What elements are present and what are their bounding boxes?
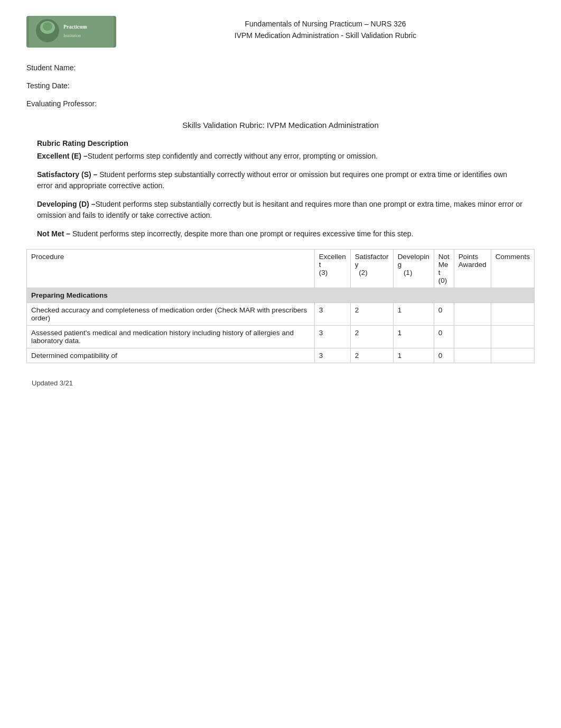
svg-text:Practicum: Practicum (63, 24, 87, 30)
col-points: PointsAwarded (454, 250, 491, 288)
student-info-section: Student Name: Testing Date: Evaluating P… (26, 63, 535, 108)
section-title: Skills Validation Rubric: IVPM Medicatio… (26, 121, 535, 130)
evaluating-professor-label: Evaluating Professor: (26, 99, 535, 108)
excellent-cell: 3 (314, 348, 350, 363)
header-title-line1: Fundamentals of Nursing Practicum – NURS… (116, 18, 535, 30)
col-comments: Comments (491, 250, 534, 288)
points-cell (454, 303, 491, 326)
excellent-cell: 3 (314, 303, 350, 326)
rubric-label-satisfactory: Satisfactory (S) – (37, 170, 97, 179)
table-row: Determined compatibility of 3 2 1 0 (27, 348, 535, 363)
rubric-label-excellent: Excellent (E) – (37, 152, 88, 160)
excellent-cell: 3 (314, 326, 350, 348)
developing-cell: 1 (393, 348, 434, 363)
rubric-text-excellent: Student performs step confidently and co… (88, 152, 378, 160)
rubric-table: Procedure Excellent(3) Satisfactory (2) … (26, 249, 535, 363)
points-cell (454, 326, 491, 348)
comments-cell (491, 303, 534, 326)
procedure-cell: Assessed patient's medical and medicatio… (27, 326, 315, 348)
points-cell (454, 348, 491, 363)
institution-logo: Practicum Institution (26, 16, 116, 48)
notmet-cell: 0 (434, 326, 454, 348)
col-satisfactory: Satisfactory (2) (350, 250, 393, 288)
developing-cell: 1 (393, 303, 434, 326)
notmet-cell: 0 (434, 303, 454, 326)
svg-point-3 (43, 22, 52, 31)
header-title: Fundamentals of Nursing Practicum – NURS… (116, 16, 535, 42)
satisfactory-cell: 2 (350, 303, 393, 326)
testing-date-label: Testing Date: (26, 81, 535, 90)
page-header: Practicum Institution Fundamentals of Nu… (26, 16, 535, 48)
developing-cell: 1 (393, 326, 434, 348)
table-row: Checked accuracy and completeness of med… (27, 303, 535, 326)
rubric-item-excellent: Excellent (E) –Student performs step con… (37, 151, 524, 162)
section-label-preparing: Preparing Medications (27, 288, 535, 303)
satisfactory-cell: 2 (350, 348, 393, 363)
table-header-row: Procedure Excellent(3) Satisfactory (2) … (27, 250, 535, 288)
rubric-desc-title: Rubric Rating Description (37, 139, 524, 148)
notmet-cell: 0 (434, 348, 454, 363)
footer: Updated 3/21 (26, 379, 535, 387)
rubric-description: Rubric Rating Description Excellent (E) … (37, 139, 524, 239)
procedure-cell: Determined compatibility of (27, 348, 315, 363)
col-procedure: Procedure (27, 250, 315, 288)
rubric-text-satisfactory: Student performs step substantially corr… (37, 170, 507, 190)
rubric-text-notmet: Student performs step incorrectly, despi… (70, 229, 413, 238)
comments-cell (491, 348, 534, 363)
procedure-cell: Checked accuracy and completeness of med… (27, 303, 315, 326)
svg-text:Institution: Institution (63, 33, 81, 38)
rubric-item-satisfactory: Satisfactory (S) – Student performs step… (37, 169, 524, 191)
rubric-item-developing: Developing (D) –Student performs step su… (37, 199, 524, 221)
student-name-label: Student Name: (26, 63, 535, 72)
col-excellent: Excellent(3) (314, 250, 350, 288)
header-title-line2: IVPM Medication Administration - Skill V… (116, 30, 535, 41)
col-developing: Developing (1) (393, 250, 434, 288)
satisfactory-cell: 2 (350, 326, 393, 348)
col-notmet: NotMet(0) (434, 250, 454, 288)
rubric-text-developing: Student performs step substantially corr… (37, 200, 522, 219)
rubric-label-notmet: Not Met – (37, 229, 70, 238)
rubric-item-notmet: Not Met – Student performs step incorrec… (37, 228, 524, 239)
rubric-label-developing: Developing (D) – (37, 200, 95, 208)
table-row: Assessed patient's medical and medicatio… (27, 326, 535, 348)
section-header-row-preparing: Preparing Medications (27, 288, 535, 303)
footer-text: Updated 3/21 (32, 379, 73, 387)
comments-cell (491, 326, 534, 348)
